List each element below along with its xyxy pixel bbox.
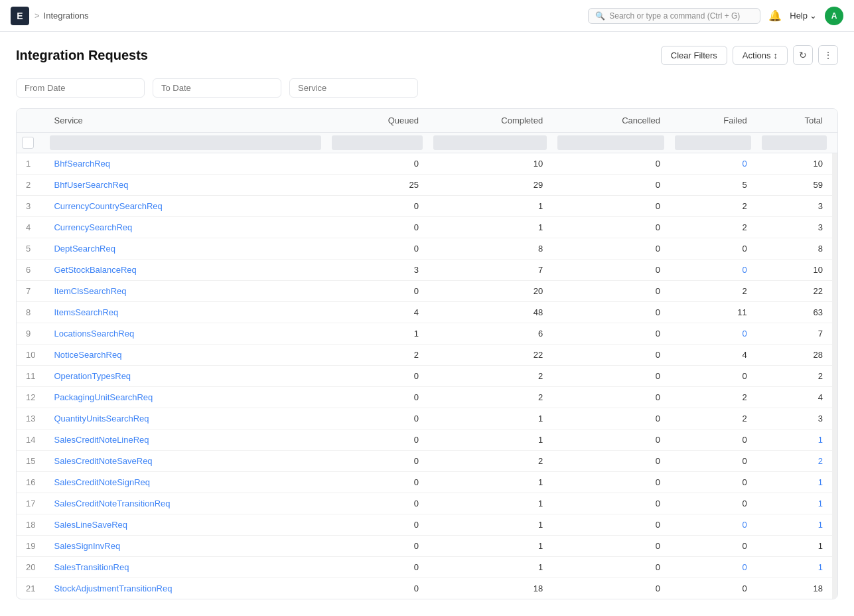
table-row[interactable]: 5 DeptSearchReq 0 8 0 0 8 xyxy=(17,238,837,260)
to-date-input[interactable] xyxy=(153,78,281,98)
cell-failed: 2 xyxy=(670,281,756,302)
scrollbar-area xyxy=(832,260,837,281)
cell-failed[interactable]: 0 xyxy=(670,323,756,345)
cell-completed: 2 xyxy=(428,451,552,472)
cell-service[interactable]: SalesCreditNoteTransitionReq xyxy=(44,493,326,514)
cell-queued: 0 xyxy=(326,153,428,175)
service-input[interactable] xyxy=(289,78,418,98)
cell-cancelled: 0 xyxy=(552,323,670,345)
cell-service[interactable]: ItemClsSearchReq xyxy=(44,281,326,302)
cell-service[interactable]: StockAdjustmentTransitionReq xyxy=(44,578,326,599)
cell-total[interactable]: 1 xyxy=(756,429,832,451)
cell-service[interactable]: SalesTransitionReq xyxy=(44,557,326,578)
col-completed: Completed xyxy=(428,109,552,133)
scrollbar-area xyxy=(832,238,837,260)
cell-service[interactable]: SalesLineSaveReq xyxy=(44,514,326,536)
cell-total: 10 xyxy=(756,153,832,175)
cell-service[interactable]: SalesCreditNoteLineReq xyxy=(44,429,326,451)
cell-total: 3 xyxy=(756,408,832,429)
row-number: 21 xyxy=(17,578,44,599)
cell-completed: 2 xyxy=(428,387,552,408)
actions-button[interactable]: Actions ↕ xyxy=(733,46,788,65)
page-title: Integration Requests xyxy=(16,48,148,63)
app-logo[interactable]: E xyxy=(11,7,29,25)
cell-service[interactable]: BhfSearchReq xyxy=(44,153,326,175)
cancelled-col-filter[interactable] xyxy=(557,135,664,150)
cell-service[interactable]: BhfUserSearchReq xyxy=(44,175,326,196)
cell-service[interactable]: LocationsSearchReq xyxy=(44,323,326,345)
cell-queued: 0 xyxy=(326,536,428,557)
clear-filters-button[interactable]: Clear Filters xyxy=(661,46,727,65)
filter-checkbox[interactable] xyxy=(22,137,34,149)
row-number: 18 xyxy=(17,514,44,536)
from-date-input[interactable] xyxy=(16,78,145,98)
avatar[interactable]: A xyxy=(825,7,843,25)
table-row[interactable]: 4 CurrencySearchReq 0 1 0 2 3 xyxy=(17,217,837,238)
cell-total[interactable]: 1 xyxy=(756,472,832,493)
cell-service[interactable]: ItemsSearchReq xyxy=(44,302,326,323)
cell-failed[interactable]: 0 xyxy=(670,557,756,578)
cell-queued: 0 xyxy=(326,408,428,429)
completed-col-filter[interactable] xyxy=(433,135,547,150)
cell-service[interactable]: OperationTypesReq xyxy=(44,366,326,387)
table-row[interactable]: 18 SalesLineSaveReq 0 1 0 0 1 xyxy=(17,514,837,536)
failed-col-filter[interactable] xyxy=(675,135,751,150)
table-row[interactable]: 11 OperationTypesReq 0 2 0 0 2 xyxy=(17,366,837,387)
table-row[interactable]: 1 BhfSearchReq 0 10 0 0 10 xyxy=(17,153,837,175)
refresh-button[interactable]: ↻ xyxy=(793,45,813,65)
scrollbar-area xyxy=(832,366,837,387)
table-row[interactable]: 19 SalesSignInvReq 0 1 0 0 1 xyxy=(17,536,837,557)
cell-total[interactable]: 2 xyxy=(756,451,832,472)
scrollbar-area xyxy=(832,493,837,514)
cell-queued: 0 xyxy=(326,429,428,451)
cell-failed: 2 xyxy=(670,387,756,408)
cell-service[interactable]: SalesSignInvReq xyxy=(44,536,326,557)
help-button[interactable]: Help ⌄ xyxy=(790,11,817,21)
table-row[interactable]: 21 StockAdjustmentTransitionReq 0 18 0 0… xyxy=(17,578,837,599)
cell-service[interactable]: SalesCreditNoteSaveReq xyxy=(44,451,326,472)
table-row[interactable]: 17 SalesCreditNoteTransitionReq 0 1 0 0 … xyxy=(17,493,837,514)
cell-service[interactable]: CurrencyCountrySearchReq xyxy=(44,196,326,217)
cell-total[interactable]: 1 xyxy=(756,514,832,536)
total-col-filter[interactable] xyxy=(762,135,827,150)
cell-failed[interactable]: 0 xyxy=(670,260,756,281)
cell-failed[interactable]: 0 xyxy=(670,153,756,175)
cell-cancelled: 0 xyxy=(552,578,670,599)
cell-queued: 0 xyxy=(326,217,428,238)
notification-icon[interactable]: 🔔 xyxy=(768,9,782,22)
table-row[interactable]: 2 BhfUserSearchReq 25 29 0 5 59 xyxy=(17,175,837,196)
cell-queued: 0 xyxy=(326,493,428,514)
table-row[interactable]: 9 LocationsSearchReq 1 6 0 0 7 xyxy=(17,323,837,345)
cell-service[interactable]: QuantityUnitsSearchReq xyxy=(44,408,326,429)
service-col-filter[interactable] xyxy=(50,135,320,150)
more-options-button[interactable]: ⋮ xyxy=(818,45,838,65)
table-row[interactable]: 6 GetStockBalanceReq 3 7 0 0 10 xyxy=(17,260,837,281)
cell-total: 2 xyxy=(756,366,832,387)
table-row[interactable]: 8 ItemsSearchReq 4 48 0 11 63 xyxy=(17,302,837,323)
cell-cancelled: 0 xyxy=(552,429,670,451)
table-row[interactable]: 10 NoticeSearchReq 2 22 0 4 28 xyxy=(17,345,837,366)
table-row[interactable]: 7 ItemClsSearchReq 0 20 0 2 22 xyxy=(17,281,837,302)
search-bar[interactable]: 🔍 Search or type a command (Ctrl + G) xyxy=(588,8,760,24)
cell-total: 8 xyxy=(756,238,832,260)
cell-service[interactable]: DeptSearchReq xyxy=(44,238,326,260)
table-row[interactable]: 14 SalesCreditNoteLineReq 0 1 0 0 1 xyxy=(17,429,837,451)
row-number: 9 xyxy=(17,323,44,345)
table-row[interactable]: 13 QuantityUnitsSearchReq 0 1 0 2 3 xyxy=(17,408,837,429)
table-row[interactable]: 12 PackagingUnitSearchReq 0 2 0 2 4 xyxy=(17,387,837,408)
breadcrumb-item[interactable]: Integrations xyxy=(44,11,89,21)
cell-service[interactable]: PackagingUnitSearchReq xyxy=(44,387,326,408)
table-row[interactable]: 20 SalesTransitionReq 0 1 0 0 1 xyxy=(17,557,837,578)
cell-service[interactable]: NoticeSearchReq xyxy=(44,345,326,366)
cell-service[interactable]: SalesCreditNoteSignReq xyxy=(44,472,326,493)
table-row[interactable]: 15 SalesCreditNoteSaveReq 0 2 0 0 2 xyxy=(17,451,837,472)
cell-service[interactable]: GetStockBalanceReq xyxy=(44,260,326,281)
cell-total[interactable]: 1 xyxy=(756,493,832,514)
table-row[interactable]: 3 CurrencyCountrySearchReq 0 1 0 2 3 xyxy=(17,196,837,217)
queued-col-filter[interactable] xyxy=(332,135,423,150)
table-row[interactable]: 16 SalesCreditNoteSignReq 0 1 0 0 1 xyxy=(17,472,837,493)
cell-failed[interactable]: 0 xyxy=(670,514,756,536)
cell-total[interactable]: 1 xyxy=(756,557,832,578)
cell-service[interactable]: CurrencySearchReq xyxy=(44,217,326,238)
cell-completed: 1 xyxy=(428,472,552,493)
